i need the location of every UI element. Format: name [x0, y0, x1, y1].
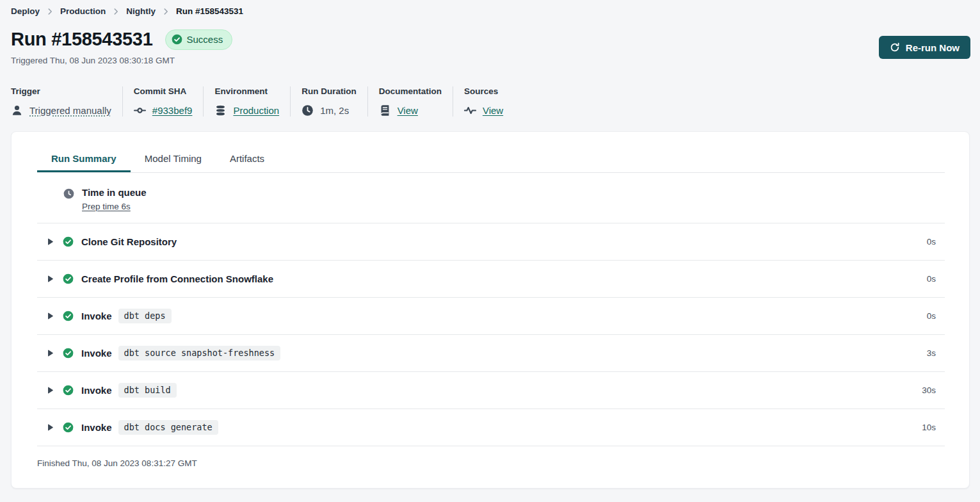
chevron-right-icon: [45, 7, 54, 16]
refresh-icon: [890, 42, 900, 53]
breadcrumb: Deploy Production Nightly Run #158543531: [0, 0, 980, 16]
meta-sources: Sources View: [453, 86, 514, 117]
person-icon: [11, 104, 23, 117]
environment-link[interactable]: Production: [233, 105, 279, 116]
clock-icon: [301, 104, 314, 117]
time-in-queue-title: Time in queue: [82, 187, 147, 198]
step-title: Create Profile from Connection Snowflake: [81, 273, 273, 284]
step-title: Invoke: [81, 311, 112, 321]
expand-arrow-icon[interactable]: [46, 312, 54, 320]
status-badge: Success: [165, 29, 233, 50]
book-icon: [379, 104, 391, 117]
tab-artifacts[interactable]: Artifacts: [216, 147, 278, 172]
status-badge-label: Success: [187, 34, 223, 45]
meta-commit-label: Commit SHA: [134, 86, 193, 96]
page-title: Run #158543531: [11, 29, 153, 50]
breadcrumb-nightly[interactable]: Nightly: [126, 6, 156, 16]
rerun-now-label: Re-run Now: [906, 42, 960, 53]
step-row-dbt-deps: Invoke dbt deps 0s: [37, 297, 945, 334]
meta-sources-label: Sources: [464, 86, 503, 96]
queue-clock-icon: [63, 188, 74, 199]
success-check-icon: [63, 385, 74, 396]
meta-commit-sha: Commit SHA #933bef9: [122, 86, 204, 117]
expand-arrow-icon[interactable]: [46, 386, 54, 394]
meta-trigger: Trigger Triggered manually: [11, 86, 122, 117]
documentation-view-link[interactable]: View: [398, 105, 418, 116]
expand-arrow-icon[interactable]: [46, 275, 54, 283]
step-duration: 0s: [927, 237, 945, 247]
database-icon: [214, 104, 227, 117]
tab-model-timing[interactable]: Model Timing: [131, 147, 216, 172]
step-duration: 30s: [922, 385, 945, 395]
step-title: Invoke: [81, 348, 112, 359]
header: Run #158543531 Success: [0, 16, 980, 50]
success-check-icon: [63, 236, 74, 247]
run-metadata-row: Trigger Triggered manually Commit SHA #9…: [11, 86, 980, 117]
prep-time-link[interactable]: Prep time 6s: [82, 202, 131, 211]
step-row-dbt-build: Invoke dbt build 30s: [37, 371, 945, 409]
chevron-right-icon: [161, 7, 170, 16]
check-circle-icon: [172, 34, 182, 45]
triggered-timestamp: Triggered Thu, 08 Jun 2023 08:30:18 GMT: [0, 50, 980, 65]
commit-icon: [134, 104, 146, 117]
step-title: Clone Git Repository: [81, 236, 177, 247]
trigger-value[interactable]: Triggered manually: [29, 105, 111, 116]
meta-documentation: Documentation View: [367, 86, 453, 117]
step-duration: 3s: [927, 348, 945, 358]
breadcrumb-production[interactable]: Production: [60, 6, 106, 16]
step-title: Invoke: [81, 422, 112, 433]
step-title: Invoke: [81, 385, 112, 396]
rerun-now-button[interactable]: Re-run Now: [879, 36, 970, 59]
run-duration-value: 1m, 2s: [320, 105, 349, 116]
expand-arrow-icon[interactable]: [46, 238, 54, 246]
finished-timestamp: Finished Thu, 08 Jun 2023 08:31:27 GMT: [37, 446, 945, 468]
meta-run-duration: Run Duration 1m, 2s: [290, 86, 367, 117]
step-command-chip: dbt deps: [118, 309, 172, 323]
step-command-chip: dbt docs generate: [118, 420, 218, 435]
step-duration: 0s: [927, 274, 945, 284]
step-duration: 10s: [922, 423, 945, 432]
step-row-create-profile: Create Profile from Connection Snowflake…: [37, 260, 945, 297]
breadcrumb-deploy[interactable]: Deploy: [11, 6, 40, 16]
run-detail-page: Deploy Production Nightly Run #158543531…: [0, 0, 980, 502]
meta-environment: Environment Production: [203, 86, 290, 117]
step-duration: 0s: [927, 311, 945, 321]
sources-view-link[interactable]: View: [483, 105, 503, 116]
meta-environment-label: Environment: [214, 86, 279, 96]
expand-arrow-icon[interactable]: [46, 423, 54, 432]
chevron-right-icon: [111, 7, 120, 16]
step-command-chip: dbt build: [118, 383, 177, 398]
success-check-icon: [63, 348, 74, 359]
breadcrumb-run-id: Run #158543531: [176, 6, 243, 16]
meta-duration-label: Run Duration: [301, 86, 357, 96]
step-row-dbt-docs-generate: Invoke dbt docs generate 10s: [37, 409, 945, 446]
tab-run-summary[interactable]: Run Summary: [37, 147, 131, 172]
success-check-icon: [63, 422, 74, 433]
meta-trigger-label: Trigger: [11, 86, 111, 96]
expand-arrow-icon[interactable]: [46, 349, 54, 357]
step-row-dbt-source-freshness: Invoke dbt source snapshot-freshness 3s: [37, 334, 945, 371]
commit-sha-link[interactable]: #933bef9: [152, 105, 193, 116]
meta-documentation-label: Documentation: [379, 86, 442, 96]
success-check-icon: [63, 273, 74, 284]
pulse-icon: [464, 104, 476, 117]
success-check-icon: [63, 311, 74, 321]
step-row-clone-git: Clone Git Repository 0s: [37, 223, 945, 260]
step-command-chip: dbt source snapshot-freshness: [118, 346, 281, 360]
time-in-queue-block: Time in queue Prep time 6s: [37, 173, 945, 223]
run-summary-card: Run Summary Model Timing Artifacts Time …: [11, 131, 970, 489]
tab-bar: Run Summary Model Timing Artifacts: [37, 147, 945, 173]
